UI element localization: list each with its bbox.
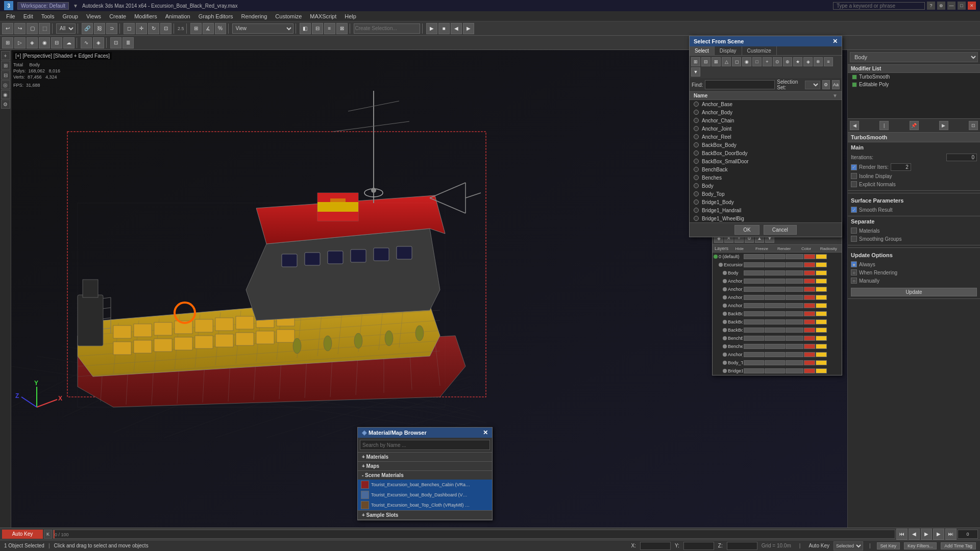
maps-section-header[interactable]: + Maps — [358, 462, 492, 470]
menu-help[interactable]: Help — [340, 12, 360, 20]
layer-color-0[interactable] — [804, 254, 815, 259]
list-item-benches[interactable]: Benches — [690, 173, 842, 182]
percent-snap-button[interactable]: % — [215, 23, 226, 34]
minimize-button[interactable]: — — [947, 2, 955, 10]
scale-button[interactable]: ⊡ — [160, 23, 172, 34]
iterations-input[interactable] — [946, 154, 977, 161]
motion-panel-btn[interactable]: ◎ — [1, 80, 10, 89]
prev-frame-btn[interactable]: ◀ — [909, 529, 920, 540]
menu-create[interactable]: Create — [105, 12, 130, 20]
select-sort-btn[interactable]: ▼ — [691, 67, 700, 77]
menu-views[interactable]: Views — [82, 12, 105, 20]
layer-item-benches-l[interactable]: Benches — [713, 342, 842, 350]
view-dropdown[interactable]: View — [232, 23, 293, 34]
materials-checkbox[interactable] — [851, 228, 857, 234]
menu-group[interactable]: Group — [58, 12, 82, 20]
layer-freeze-body[interactable] — [765, 270, 785, 276]
bind-button[interactable]: ⊃ — [106, 23, 117, 34]
select-none-btn[interactable]: ⊟ — [701, 57, 710, 66]
layer-item-backbox-body-l[interactable]: BackBox_Body — [713, 310, 842, 318]
z-coord-input[interactable] — [727, 542, 757, 550]
select-cancel-button[interactable]: Cancel — [764, 225, 797, 235]
layer-item-anchor-joint-l[interactable]: Anchor_Joint — [713, 293, 842, 302]
select-frozen-btn[interactable]: ❄ — [814, 57, 823, 66]
object-type-dropdown[interactable]: All — [56, 23, 76, 34]
layer-radiosity-0[interactable] — [816, 254, 827, 259]
layer-item-bridge1-body-l[interactable]: Bridge1_Body — [713, 367, 842, 375]
play-btn[interactable]: ▶ — [921, 529, 932, 540]
select-filter-button[interactable]: ◻ — [124, 23, 135, 34]
surface-params-title[interactable]: Surface Parameters — [851, 197, 977, 204]
select-all-types-btn[interactable]: ★ — [793, 57, 802, 66]
stop-button[interactable]: ■ — [438, 23, 450, 34]
quick-render-button[interactable]: ◈ — [27, 37, 38, 48]
layer-hide-body[interactable] — [744, 270, 764, 276]
props-nav-expand[interactable]: ⊡ — [969, 121, 978, 130]
snap-button[interactable]: ⊞ — [190, 23, 202, 34]
props-nav-next[interactable]: ▶ — [939, 121, 948, 130]
render-iters-input[interactable] — [891, 163, 911, 171]
scene-mat-item-3[interactable]: Tourist_Excursion_boat_Top_Cloth (VRayMt… — [358, 500, 492, 510]
select-dialog-close[interactable]: ✕ — [832, 38, 838, 45]
list-item-benchback[interactable]: BenchBack — [690, 165, 842, 173]
select-tab-customize[interactable]: Customize — [742, 46, 777, 55]
scene-mat-item-1[interactable]: Tourist_Excursion_boat_Benches_Cabin (VR… — [358, 480, 492, 490]
layer-item-backbox-smalldk-l[interactable]: BackBox_SmallDk — [713, 326, 842, 334]
find-input[interactable] — [705, 80, 775, 89]
manually-radio[interactable]: ○ — [851, 278, 857, 284]
mirror-button[interactable]: ◧ — [300, 23, 311, 34]
y-coord-input[interactable] — [683, 542, 714, 550]
menu-edit[interactable]: Edit — [19, 12, 37, 20]
menu-file[interactable]: File — [2, 12, 19, 20]
list-item-anchor-chain[interactable]: Anchor_Chain — [690, 116, 842, 124]
restore-button[interactable]: □ — [958, 2, 966, 10]
quick-align-button[interactable]: ≡ — [324, 23, 335, 34]
play-button[interactable]: ▶ — [426, 23, 437, 34]
layer-item-body[interactable]: Body — [713, 269, 842, 277]
go-end-btn[interactable]: ⏭ — [945, 529, 957, 540]
select-camera-btn[interactable]: □ — [752, 57, 762, 66]
select-region-button[interactable]: ⬚ — [39, 23, 50, 34]
scene-mat-item-2[interactable]: Tourist_Excursion_boat_Body_Dashboard (V… — [358, 490, 492, 500]
modifier-item-turbosmooth[interactable]: TurboSmooth — [848, 73, 980, 81]
x-coord-input[interactable] — [640, 542, 671, 550]
select-all-btn[interactable]: ⊞ — [691, 57, 700, 66]
select-tab-display[interactable]: Display — [715, 46, 742, 55]
menu-tools[interactable]: Tools — [37, 12, 59, 20]
key-filters-btn[interactable]: Key Filters... — [904, 542, 937, 549]
update-button[interactable]: Update — [851, 288, 977, 296]
menu-graph-editors[interactable]: Graph Editors — [194, 12, 237, 20]
layer-item-excursion[interactable]: Excursion_...Black_j — [713, 261, 842, 269]
frame-input[interactable] — [958, 530, 978, 539]
select-display-btn[interactable]: ◈ — [803, 57, 813, 66]
props-nav-pin[interactable]: 📌 — [910, 121, 919, 130]
modifier-item-editable-poly[interactable]: Editable Poly — [848, 81, 980, 88]
close-button[interactable]: ✕ — [968, 2, 976, 10]
add-time-tag-btn[interactable]: Add Time Tag — [941, 542, 976, 549]
always-radio[interactable]: ● — [851, 261, 857, 267]
go-start-btn[interactable]: ⏮ — [896, 529, 908, 540]
list-item-bridge1-wheelbig[interactable]: Bridge1_WheelBig — [690, 214, 842, 222]
redo-button[interactable]: ↪ — [14, 23, 26, 34]
materials-section-header[interactable]: + Materials — [358, 453, 492, 461]
select-shape-btn[interactable]: ◻ — [732, 57, 741, 66]
material-editor-button[interactable]: ◉ — [39, 37, 50, 48]
select-light-btn[interactable]: ◉ — [742, 57, 751, 66]
align-button[interactable]: ⊟ — [312, 23, 323, 34]
unlink-button[interactable]: ⛓ — [94, 23, 105, 34]
isoline-display-checkbox[interactable] — [851, 173, 857, 179]
layer-manager-button[interactable]: ≣ — [122, 37, 134, 48]
curve-editor-button[interactable]: ∿ — [81, 37, 92, 48]
search-input[interactable] — [833, 2, 925, 10]
select-space-btn[interactable]: ⊙ — [773, 57, 782, 66]
display-panel-btn[interactable]: ◉ — [1, 90, 10, 99]
select-geom-btn[interactable]: △ — [722, 57, 731, 66]
environment-button[interactable]: ☁ — [63, 37, 75, 48]
list-item-anchor-joint[interactable]: Anchor_Joint — [690, 124, 842, 133]
layer-hide-excursion[interactable] — [744, 262, 764, 267]
render-setup-button[interactable]: ⊞ — [2, 37, 13, 48]
separate-title[interactable]: Separate — [851, 218, 977, 224]
layer-freeze-0[interactable] — [765, 254, 785, 259]
hierarchy-panel-btn[interactable]: ⊟ — [1, 70, 10, 80]
prev-frame-button[interactable]: ◀ — [451, 23, 462, 34]
